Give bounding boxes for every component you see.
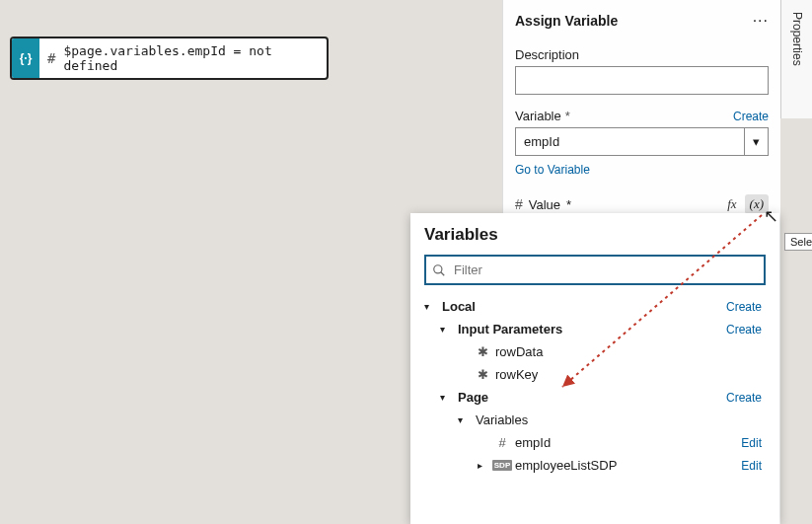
search-icon <box>432 263 446 277</box>
select-tooltip: Select <box>784 233 812 251</box>
variables-filter[interactable] <box>424 255 766 285</box>
fx-button[interactable]: fx <box>723 194 740 214</box>
hash-icon: # <box>515 196 523 212</box>
caret-down-icon: ▾ <box>458 414 470 425</box>
chevron-down-icon: ▾ <box>753 134 760 149</box>
svg-line-2 <box>441 271 445 275</box>
tree-group-input-parameters[interactable]: ▾Input Parameters Create <box>410 318 779 340</box>
variables-tree: ▾Local Create ▾Input Parameters Create ✱… <box>410 295 779 524</box>
panel-menu-icon[interactable]: ··· <box>753 12 769 30</box>
properties-tab-label: Properties <box>790 12 804 66</box>
caret-right-icon: ▸ <box>478 460 489 471</box>
tree-group-page-variables[interactable]: ▾Variables <box>410 409 779 431</box>
variable-label: Variable <box>515 109 561 123</box>
brackets-icon: {·} <box>20 51 33 65</box>
value-label: Value <box>529 197 560 212</box>
create-input-param-link[interactable]: Create <box>726 323 762 337</box>
node-body: # $page.variables.empId = not defined <box>39 38 327 78</box>
variables-filter-input[interactable] <box>452 261 758 279</box>
tree-item-rowdata[interactable]: ✱rowData <box>410 340 779 363</box>
go-to-variable-link[interactable]: Go to Variable <box>515 163 590 177</box>
asterisk-icon: ✱ <box>476 367 489 382</box>
caret-down-icon: ▾ <box>440 392 452 403</box>
tree-item-empid[interactable]: #empId Edit <box>410 431 779 454</box>
panel-header: Assign Variable ··· <box>515 12 769 30</box>
create-page-var-link[interactable]: Create <box>726 391 762 405</box>
panel-title: Assign Variable <box>515 13 618 29</box>
assign-variable-node[interactable]: {·} # $page.variables.empId = not define… <box>10 37 329 80</box>
variable-select-value: empId <box>515 127 745 156</box>
edit-sdp-link[interactable]: Edit <box>741 459 762 473</box>
svg-point-1 <box>434 264 442 272</box>
variable-select[interactable]: empId ▾ <box>515 127 769 156</box>
create-local-link[interactable]: Create <box>726 300 762 314</box>
required-mark: * <box>566 197 571 212</box>
description-label: Description <box>515 47 769 62</box>
sdp-icon: SDP <box>495 460 509 471</box>
tree-item-rowkey[interactable]: ✱rowKey <box>410 363 779 386</box>
node-expression: $page.variables.empId = not defined <box>63 43 319 73</box>
edit-empid-link[interactable]: Edit <box>741 436 762 450</box>
variable-picker-button[interactable]: (x) <box>745 194 769 214</box>
node-accent-icon: {·} <box>12 38 39 78</box>
caret-down-icon: ▾ <box>440 324 452 335</box>
asterisk-icon: ✱ <box>476 344 489 359</box>
properties-tab[interactable]: Properties <box>780 0 812 118</box>
create-variable-link[interactable]: Create <box>733 110 769 123</box>
hash-icon: # <box>495 435 509 450</box>
description-input[interactable] <box>515 66 769 95</box>
caret-down-icon: ▾ <box>424 301 436 312</box>
variables-popup: Variables ▾Local Create ▾Input Parameter… <box>410 213 779 524</box>
variables-popup-title: Variables <box>424 225 766 245</box>
tree-item-employeelistsdp[interactable]: ▸SDPemployeeListSDP Edit <box>410 454 779 477</box>
tree-group-local[interactable]: ▾Local Create <box>410 295 779 318</box>
hash-icon: # <box>47 50 55 66</box>
required-mark: * <box>565 109 570 123</box>
variable-select-toggle[interactable]: ▾ <box>745 127 769 156</box>
tree-group-page[interactable]: ▾Page Create <box>410 386 779 409</box>
